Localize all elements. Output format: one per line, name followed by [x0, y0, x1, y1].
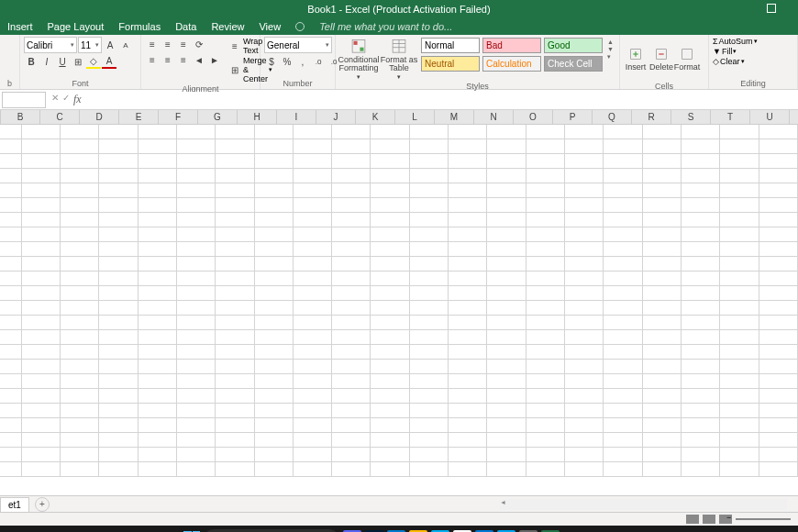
cell[interactable]	[216, 389, 254, 404]
cell[interactable]	[216, 213, 254, 227]
column-header[interactable]: D	[80, 110, 119, 124]
cell[interactable]	[0, 183, 22, 198]
cell[interactable]	[487, 272, 526, 286]
cell[interactable]	[604, 183, 642, 198]
percent-icon[interactable]: %	[280, 54, 294, 69]
cell[interactable]	[255, 360, 294, 374]
cell[interactable]	[720, 139, 759, 154]
cell[interactable]	[449, 154, 487, 169]
cell[interactable]	[526, 345, 565, 360]
cell[interactable]	[526, 448, 565, 462]
cell[interactable]	[449, 360, 487, 374]
cell[interactable]	[139, 330, 177, 345]
cell[interactable]	[720, 301, 759, 316]
align-right-icon[interactable]: ≡	[176, 52, 191, 67]
cell[interactable]	[139, 418, 177, 433]
cell[interactable]	[0, 169, 22, 183]
cell[interactable]	[216, 227, 254, 242]
cell[interactable]	[332, 374, 371, 389]
column-header[interactable]: U	[750, 110, 790, 124]
cell[interactable]	[332, 154, 371, 169]
cell[interactable]	[720, 242, 759, 257]
cell[interactable]	[139, 257, 177, 272]
cell[interactable]	[604, 242, 642, 257]
underline-button[interactable]: U	[55, 54, 70, 69]
cell[interactable]	[294, 139, 332, 154]
cell[interactable]	[487, 213, 526, 227]
cell[interactable]	[61, 360, 99, 374]
add-sheet-button[interactable]: +	[35, 497, 50, 512]
cell[interactable]	[0, 125, 22, 139]
cell[interactable]	[720, 125, 759, 139]
view-normal-icon[interactable]	[686, 515, 699, 524]
cell[interactable]	[643, 360, 682, 374]
cell[interactable]	[410, 227, 449, 242]
cell[interactable]	[682, 169, 720, 183]
cell[interactable]	[255, 404, 294, 418]
cell[interactable]	[604, 154, 642, 169]
cell[interactable]	[604, 272, 642, 286]
cell[interactable]	[294, 360, 332, 374]
cell[interactable]	[332, 125, 371, 139]
cell[interactable]	[255, 139, 294, 154]
cell[interactable]	[216, 404, 254, 418]
cell[interactable]	[720, 330, 759, 345]
cell[interactable]	[22, 433, 61, 448]
cell[interactable]	[177, 404, 216, 418]
number-format-combo[interactable]: General	[264, 37, 332, 53]
window-maximize-icon[interactable]	[767, 4, 776, 13]
cell[interactable]	[0, 139, 22, 154]
cell[interactable]	[682, 345, 720, 360]
cell[interactable]	[294, 448, 332, 462]
cell[interactable]	[22, 169, 61, 183]
cell[interactable]	[0, 462, 22, 477]
cell[interactable]	[294, 404, 332, 418]
font-size-combo[interactable]: 11	[78, 37, 102, 53]
cell[interactable]	[720, 213, 759, 227]
column-header[interactable]: B	[1, 110, 40, 124]
cell[interactable]	[643, 418, 682, 433]
cell[interactable]	[61, 418, 99, 433]
cell[interactable]	[759, 227, 798, 242]
cell[interactable]	[0, 448, 22, 462]
font-name-combo[interactable]: Calibri	[24, 37, 77, 53]
cell[interactable]	[332, 227, 371, 242]
cell[interactable]	[371, 360, 409, 374]
cell[interactable]	[759, 433, 798, 448]
cell[interactable]	[410, 301, 449, 316]
menu-data[interactable]: Data	[175, 21, 196, 32]
cell[interactable]	[604, 301, 642, 316]
cell[interactable]	[449, 213, 487, 227]
column-header[interactable]: C	[40, 110, 80, 124]
cell[interactable]	[487, 301, 526, 316]
cell[interactable]	[643, 374, 682, 389]
cell[interactable]	[565, 286, 604, 301]
cell[interactable]	[682, 462, 720, 477]
cell[interactable]	[332, 286, 371, 301]
cell[interactable]	[682, 301, 720, 316]
cell[interactable]	[177, 330, 216, 345]
cell[interactable]	[216, 183, 254, 198]
insert-cells-button[interactable]: Insert	[624, 37, 648, 81]
cell[interactable]	[61, 257, 99, 272]
horizontal-scrollbar[interactable]	[500, 499, 787, 510]
cell[interactable]	[371, 316, 409, 330]
cell[interactable]	[22, 389, 61, 404]
cell[interactable]	[410, 286, 449, 301]
cell[interactable]	[487, 125, 526, 139]
cell[interactable]	[410, 330, 449, 345]
cell[interactable]	[410, 183, 449, 198]
cell[interactable]	[604, 286, 642, 301]
cell[interactable]	[643, 330, 682, 345]
cell[interactable]	[565, 301, 604, 316]
menu-formulas[interactable]: Formulas	[118, 21, 161, 32]
cell[interactable]	[604, 360, 642, 374]
styles-more-icon[interactable]: ▾	[607, 53, 614, 61]
cell[interactable]	[526, 316, 565, 330]
cell[interactable]	[216, 125, 254, 139]
cell[interactable]	[565, 242, 604, 257]
cell[interactable]	[0, 404, 22, 418]
cell[interactable]	[294, 433, 332, 448]
cell[interactable]	[177, 418, 216, 433]
cell[interactable]	[255, 316, 294, 330]
